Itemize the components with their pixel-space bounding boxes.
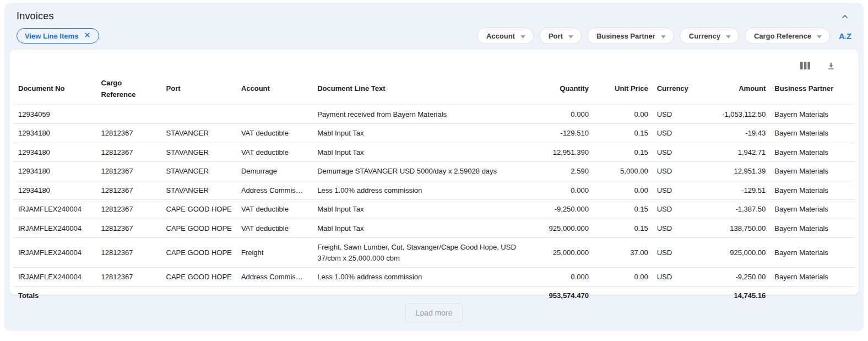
col-header-document-line-text[interactable]: Document Line Text [313,74,539,105]
cell-document-line-text: Mabl Input Tax [313,200,539,219]
cell-document-no: 12934180 [14,124,97,143]
table-row[interactable]: IRJAMFLEX24000412812367CAPE GOOD HOPEAdd… [14,268,854,287]
chevron-down-icon [568,32,573,40]
filter-chip-port[interactable]: Port [539,28,582,44]
invoice-table-body: 12934059Payment received from Bayern Mat… [14,105,854,286]
cell-business-partner: Bayern Materials [770,200,854,219]
header-row: Document No Cargo Reference Port Account… [14,74,854,105]
col-header-port[interactable]: Port [162,74,237,105]
totals-amount: 14,745.16 [699,286,770,304]
load-more-container: Load more [4,304,864,322]
view-line-items-chip[interactable]: View Line Items [17,28,99,44]
cell-currency: USD [653,200,699,219]
invoices-table: Document No Cargo Reference Port Account… [14,74,854,304]
cell-document-no: 12934180 [14,162,97,181]
cell-document-line-text: Less 1.00% address commission [313,181,539,200]
cell-quantity: 12,951.390 [539,143,593,162]
table-row[interactable]: 1293418012812367STAVANGERVAT deductibleM… [14,143,854,162]
table-row[interactable]: 1293418012812367STAVANGERVAT deductibleM… [14,124,854,143]
cell-unit-price: 0.00 [593,268,653,287]
cell-quantity: 925,000.000 [539,219,593,238]
cell-document-line-text: Freight, Sawn Lumber, Cut, Stavanger/Cap… [313,238,539,268]
cell-account: Freight [237,238,313,268]
cell-port: STAVANGER [162,181,237,200]
totals-label: Totals [14,286,97,304]
table-row[interactable]: 12934059Payment received from Bayern Mat… [14,105,854,124]
cell-business-partner: Bayern Materials [770,219,854,238]
page-title: Invoices [17,10,54,22]
filter-label: Account [486,32,515,40]
col-header-business-partner[interactable]: Business Partner [770,74,854,105]
table-row[interactable]: 1293418012812367STAVANGERDemurrageDemurr… [14,162,854,181]
cell-business-partner: Bayern Materials [770,238,854,268]
chevron-down-icon [520,32,525,40]
table-row[interactable]: IRJAMFLEX24000412812367CAPE GOOD HOPEVAT… [14,200,854,219]
cell-document-no: 12934180 [14,143,97,162]
filter-chip-account[interactable]: Account [477,28,534,44]
collapse-panel-button[interactable] [839,11,850,22]
cell-quantity: -9,250.000 [539,200,593,219]
close-icon[interactable] [84,31,91,40]
cell-document-line-text: Mabl Input Tax [313,219,539,238]
cell-document-no: IRJAMFLEX240004 [14,200,97,219]
view-columns-icon [800,63,810,71]
chevron-down-icon [726,32,731,40]
col-header-document-no[interactable]: Document No [14,74,97,105]
col-header-amount[interactable]: Amount [699,74,770,105]
download-button[interactable] [826,60,837,72]
sort-alphabetical-icon[interactable]: A↓Z [839,31,851,41]
table-row[interactable]: IRJAMFLEX24000412812367CAPE GOOD HOPEVAT… [14,219,854,238]
cell-cargo-reference: 12812367 [97,268,162,287]
cell-currency: USD [653,238,699,268]
cell-cargo-reference: 12812367 [97,219,162,238]
cell-cargo-reference: 12812367 [97,181,162,200]
cell-port: STAVANGER [162,143,237,162]
filter-label: Cargo Reference [754,32,811,40]
col-header-account[interactable]: Account [237,74,313,105]
cell-port: STAVANGER [162,162,237,181]
cell-quantity: 25,000.000 [539,238,593,268]
col-header-currency[interactable]: Currency [653,74,699,105]
cell-account: VAT deductible [237,143,313,162]
cell-document-line-text: Less 1.00% address commission [313,268,539,287]
col-header-unit-price[interactable]: Unit Price [593,74,653,105]
cell-amount: -1,387.50 [699,200,770,219]
table-row[interactable]: IRJAMFLEX24000412812367CAPE GOOD HOPEFre… [14,238,854,268]
col-header-cargo-reference[interactable]: Cargo Reference [97,74,162,105]
cell-cargo-reference: 12812367 [97,143,162,162]
cell-document-no: IRJAMFLEX240004 [14,238,97,268]
cell-quantity: -129.510 [539,124,593,143]
filter-chip-cargo-reference[interactable]: Cargo Reference [745,28,830,44]
cell-cargo-reference: 12812367 [97,238,162,268]
cell-business-partner: Bayern Materials [770,268,854,287]
cell-document-line-text: Mabl Input Tax [313,143,539,162]
cell-amount: -129.51 [699,181,770,200]
invoices-panel: Invoices View Line Items Account Port [4,3,864,331]
column-settings-button[interactable] [799,61,811,71]
filter-chip-business-partner[interactable]: Business Partner [587,28,674,44]
cell-amount: -9,250.00 [699,268,770,287]
card-toolbar [14,50,854,74]
col-header-quantity[interactable]: Quantity [539,74,593,105]
cell-quantity: 0.000 [539,105,593,124]
table-row[interactable]: 1293418012812367STAVANGERAddress Commis…… [14,181,854,200]
filter-label: Currency [689,32,720,40]
cell-unit-price: 0.15 [593,219,653,238]
cell-port: CAPE GOOD HOPE [162,200,237,219]
cell-unit-price: 0.00 [593,181,653,200]
load-more-button[interactable]: Load more [405,304,463,322]
filter-chip-currency[interactable]: Currency [680,28,739,44]
cell-port: CAPE GOOD HOPE [162,238,237,268]
filter-label: Business Partner [596,32,655,40]
cell-document-no: 12934059 [14,105,97,124]
cell-cargo-reference: 12812367 [97,200,162,219]
cell-currency: USD [653,181,699,200]
cell-account [237,105,313,124]
cell-document-line-text: Payment received from Bayern Materials [313,105,539,124]
cell-business-partner: Bayern Materials [770,105,854,124]
invoice-table-card: Document No Cargo Reference Port Account… [9,50,859,295]
cell-unit-price: 0.15 [593,200,653,219]
filter-label: Port [549,32,563,40]
cell-business-partner: Bayern Materials [770,162,854,181]
chevron-down-icon [817,32,822,40]
